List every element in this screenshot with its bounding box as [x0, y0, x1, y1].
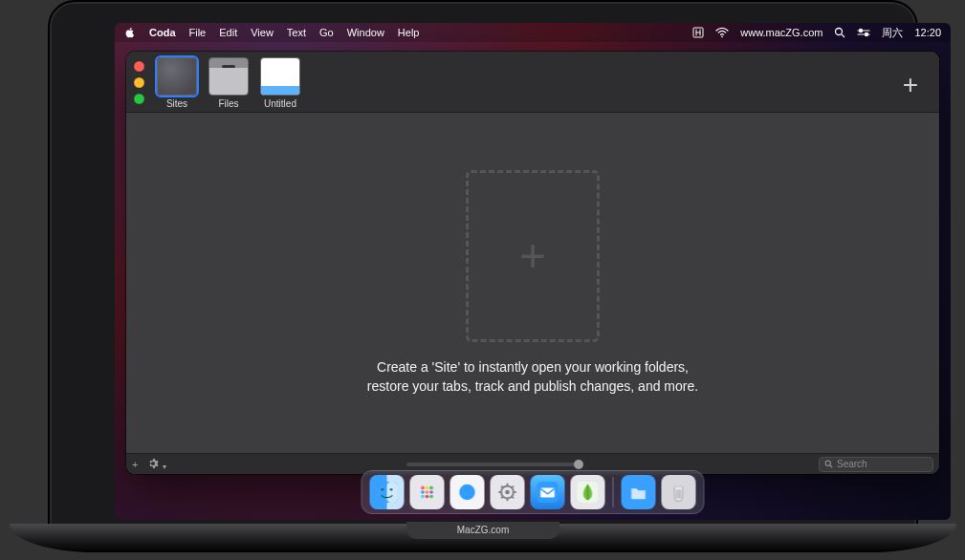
svg-point-21 — [421, 495, 425, 499]
dock — [362, 470, 705, 514]
svg-line-3 — [842, 34, 844, 37]
menu-view[interactable]: View — [251, 27, 274, 38]
control-center-icon[interactable] — [857, 28, 870, 37]
svg-point-7 — [866, 32, 868, 35]
zoom-slider[interactable] — [406, 463, 579, 466]
statusbar-add-button[interactable]: + — [132, 459, 138, 470]
menu-text[interactable]: Text — [287, 27, 306, 38]
content-area: + Create a 'Site' to instantly open your… — [126, 113, 939, 453]
dock-app-coda[interactable] — [571, 475, 605, 509]
window-zoom-button[interactable] — [134, 94, 144, 104]
svg-point-15 — [421, 486, 425, 490]
tab-bar: Sites Files HTML Untitled — [154, 57, 303, 109]
svg-line-36 — [501, 486, 503, 488]
dock-app-downloads[interactable] — [622, 475, 656, 509]
svg-point-18 — [421, 490, 425, 494]
svg-point-13 — [390, 488, 392, 490]
dock-app-finder[interactable] — [370, 475, 405, 509]
svg-line-9 — [830, 465, 832, 467]
svg-point-17 — [429, 486, 433, 490]
svg-rect-41 — [540, 487, 555, 497]
svg-point-22 — [426, 495, 429, 499]
search-field[interactable]: Search — [819, 457, 933, 472]
statusbar-settings-button[interactable]: ▾ — [147, 458, 165, 471]
create-site-dropzone[interactable]: + — [466, 170, 600, 342]
hint-line: Create a 'Site' to instantly open your w… — [367, 357, 698, 377]
svg-point-2 — [836, 29, 843, 35]
empty-state-hint: Create a 'Site' to instantly open your w… — [367, 357, 698, 397]
window-minimize-button[interactable] — [134, 77, 144, 88]
screen: Coda File Edit View Text Go Window Help … — [115, 23, 951, 520]
svg-point-16 — [426, 486, 429, 490]
menubar: Coda File Edit View Text Go Window Help … — [115, 23, 951, 42]
plus-icon: + — [519, 233, 546, 279]
menubar-app-name[interactable]: Coda — [149, 27, 176, 38]
svg-point-8 — [825, 461, 830, 465]
add-site-button[interactable]: + — [889, 70, 932, 100]
tab-files-thumb — [208, 57, 249, 96]
menubar-time[interactable]: 12:20 — [914, 27, 941, 38]
svg-point-12 — [382, 488, 384, 490]
slider-knob[interactable] — [574, 460, 583, 469]
menu-window[interactable]: Window — [347, 27, 384, 38]
input-source-icon[interactable] — [692, 27, 704, 38]
dock-app-system-settings[interactable] — [491, 475, 525, 509]
dock-app-safari[interactable] — [450, 475, 485, 509]
svg-line-39 — [512, 486, 514, 488]
menu-help[interactable]: Help — [398, 27, 420, 38]
laptop-frame: Coda File Edit View Text Go Window Help … — [48, 0, 918, 530]
svg-point-23 — [429, 495, 433, 499]
hint-line: restore your tabs, track and publish cha… — [367, 377, 698, 396]
dock-app-trash[interactable] — [662, 475, 696, 509]
tab-sites-thumb — [157, 57, 197, 96]
menubar-url[interactable]: www.macZG.com — [740, 27, 822, 38]
dock-app-launchpad[interactable] — [410, 475, 445, 509]
menu-edit[interactable]: Edit — [219, 27, 237, 38]
search-placeholder: Search — [837, 459, 867, 469]
apple-menu-icon[interactable] — [124, 27, 136, 38]
tab-label: Untitled — [264, 98, 296, 109]
tab-sites[interactable]: Sites — [154, 57, 200, 109]
laptop-branding: MacZG.com — [406, 522, 559, 539]
spotlight-icon[interactable] — [834, 27, 845, 38]
svg-point-1 — [721, 35, 723, 37]
dock-separator — [613, 477, 614, 507]
svg-point-31 — [505, 490, 510, 495]
menu-file[interactable]: File — [189, 27, 207, 38]
svg-line-37 — [512, 497, 514, 499]
menu-go[interactable]: Go — [319, 27, 334, 38]
svg-point-20 — [429, 490, 433, 494]
laptop-base: MacZG.com — [10, 524, 956, 552]
svg-rect-45 — [673, 485, 684, 487]
svg-point-19 — [426, 490, 429, 494]
toolbar: Sites Files HTML Untitled + — [126, 52, 939, 113]
tab-label: Files — [218, 98, 238, 109]
traffic-lights — [134, 57, 148, 104]
menubar-day[interactable]: 周六 — [882, 26, 903, 40]
wifi-icon[interactable] — [715, 27, 729, 38]
svg-rect-11 — [387, 482, 398, 503]
dock-app-mail[interactable] — [531, 475, 565, 509]
tab-label: Sites — [166, 98, 187, 109]
window-close-button[interactable] — [134, 61, 144, 72]
tab-doc-thumb: HTML — [260, 57, 300, 96]
app-window: Sites Files HTML Untitled + — [126, 52, 939, 474]
svg-line-38 — [501, 497, 503, 499]
tab-files[interactable]: Files — [206, 57, 252, 109]
tab-document[interactable]: HTML Untitled — [257, 57, 303, 109]
svg-point-5 — [860, 29, 863, 32]
tab-doc-badge: HTML — [261, 86, 299, 95]
plus-icon: + — [903, 70, 918, 99]
